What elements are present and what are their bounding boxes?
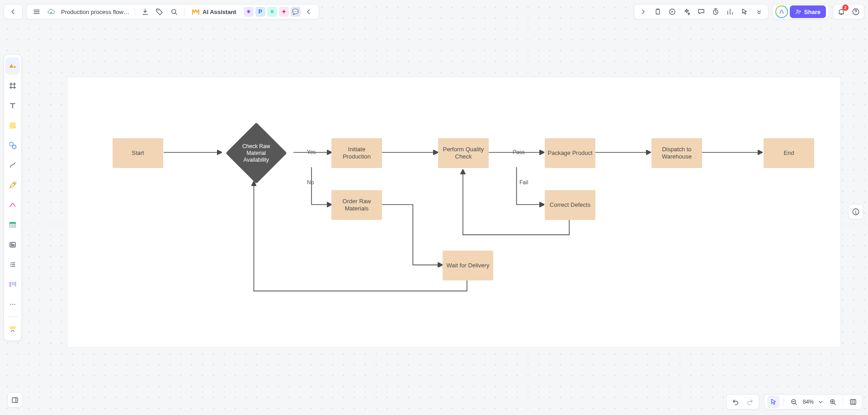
svg-rect-19: [12, 398, 18, 403]
chevron-right-icon: [640, 8, 647, 15]
clipboard-button[interactable]: [651, 5, 664, 18]
more-tool[interactable]: [5, 296, 20, 313]
document-title[interactable]: Production process flow…: [59, 9, 131, 15]
document-header-pill: Production process flow… AI Assistant ✴ …: [26, 4, 319, 19]
back-button-group: [4, 4, 23, 19]
svg-point-14: [10, 304, 11, 305]
templates-tool[interactable]: [5, 57, 20, 75]
connector-tool[interactable]: [5, 157, 20, 174]
zoom-in-icon: [829, 398, 837, 406]
node-start[interactable]: Start: [113, 138, 163, 168]
table-icon: [8, 220, 17, 229]
notifications-button[interactable]: 2: [835, 5, 848, 18]
node-correct-defects[interactable]: Correct Defects: [545, 190, 595, 220]
node-wait-delivery[interactable]: Wait for Delivery: [443, 251, 493, 280]
collab-chip[interactable]: ✴: [244, 7, 254, 17]
comment-button[interactable]: [695, 5, 708, 18]
play-circle-icon: [668, 8, 676, 16]
bar-chart-icon: [726, 8, 734, 16]
help-button[interactable]: [849, 5, 862, 18]
collab-chip[interactable]: ✦: [279, 7, 289, 17]
zoom-menu-button[interactable]: [816, 396, 825, 408]
sync-status[interactable]: [45, 5, 57, 18]
ai-assistant-label: AI Assistant: [203, 9, 236, 15]
zoom-out-button[interactable]: [788, 396, 800, 408]
collab-chip[interactable]: P: [255, 7, 265, 17]
chevrons-down-icon: [755, 8, 763, 15]
node-quality-check[interactable]: Perform Quality Check: [438, 138, 489, 168]
svg-rect-11: [9, 282, 11, 287]
collaborator-chips: ✴ P ≡ ✦ 💬: [244, 7, 301, 17]
card-tool[interactable]: [5, 236, 20, 253]
present-button[interactable]: [666, 5, 679, 18]
notification-badge: 2: [842, 5, 849, 11]
timer-button[interactable]: [709, 5, 722, 18]
info-icon: [852, 208, 860, 216]
tag-button[interactable]: [153, 5, 166, 18]
node-initiate-production[interactable]: Initiate Production: [331, 138, 382, 168]
fit-view-button[interactable]: [847, 396, 859, 408]
ai-assistant-button[interactable]: AI Assistant: [188, 5, 240, 18]
pen-icon: [8, 181, 17, 190]
apps-tool[interactable]: [5, 321, 20, 338]
search-button[interactable]: [168, 5, 180, 18]
smart-draw-tool[interactable]: [5, 196, 20, 214]
docs-tool[interactable]: [5, 256, 20, 273]
edges-layer: [67, 77, 840, 347]
zoom-in-button[interactable]: [826, 396, 839, 408]
node-label: Initiate Production: [334, 146, 379, 161]
node-dispatch[interactable]: Dispatch to Warehouse: [651, 138, 702, 168]
kanban-tool[interactable]: [5, 276, 20, 293]
pen-tool[interactable]: [5, 177, 20, 194]
node-label: End: [783, 149, 794, 157]
sticky-note-tool[interactable]: [5, 117, 20, 134]
collab-chip[interactable]: 💬: [291, 7, 301, 17]
undo-icon: [731, 398, 740, 406]
table-tool[interactable]: [5, 216, 20, 233]
ai-logo-icon: [192, 8, 200, 16]
chevron-left-icon: [9, 8, 17, 16]
reactions-button[interactable]: [680, 5, 693, 18]
divider: [783, 397, 784, 406]
card-icon: [9, 241, 17, 249]
more-tools-button[interactable]: [753, 5, 765, 18]
menu-button[interactable]: [30, 5, 43, 18]
info-button[interactable]: [849, 205, 862, 218]
brand-icon: [778, 9, 785, 15]
expand-tools-button[interactable]: [637, 5, 650, 18]
node-package-product[interactable]: Package Product: [545, 138, 595, 168]
collab-chip[interactable]: ≡: [267, 7, 277, 17]
zoom-level[interactable]: 84%: [802, 399, 815, 405]
node-order-materials[interactable]: Order Raw Materials: [331, 190, 382, 220]
node-check-raw-material[interactable]: Check Raw Material Availability: [226, 122, 287, 184]
bottom-right-controls: 84%: [726, 394, 863, 410]
panels-icon: [849, 398, 857, 406]
node-end[interactable]: End: [764, 138, 814, 168]
minimap-button[interactable]: [9, 394, 21, 406]
diagram-frame[interactable]: Start Check Raw Material Availability In…: [67, 77, 841, 348]
edge-label-no: No: [307, 179, 314, 186]
shapes-tool[interactable]: [5, 137, 20, 154]
pointer-mode-button[interactable]: [738, 5, 751, 18]
collapse-header-button[interactable]: [302, 5, 315, 18]
frame-tool[interactable]: [5, 77, 20, 94]
svg-rect-12: [12, 282, 14, 285]
share-button[interactable]: Share: [790, 5, 826, 18]
download-button[interactable]: [139, 5, 151, 18]
avatar[interactable]: [775, 5, 788, 18]
clipboard-icon: [654, 8, 662, 16]
back-button[interactable]: [7, 5, 19, 18]
text-tool[interactable]: [5, 97, 20, 114]
select-mode-button[interactable]: [767, 396, 780, 408]
voting-button[interactable]: [724, 5, 736, 18]
minimap-icon: [11, 396, 19, 404]
share-label: Share: [804, 9, 821, 15]
node-label: Start: [132, 149, 144, 157]
cursor-outline-icon: [769, 398, 778, 406]
right-tools-pill: [634, 4, 769, 19]
redo-button[interactable]: [744, 396, 756, 408]
svg-point-15: [12, 304, 13, 305]
undo-button[interactable]: [729, 396, 742, 408]
svg-point-1: [172, 9, 176, 14]
zoom-out-icon: [790, 398, 798, 406]
